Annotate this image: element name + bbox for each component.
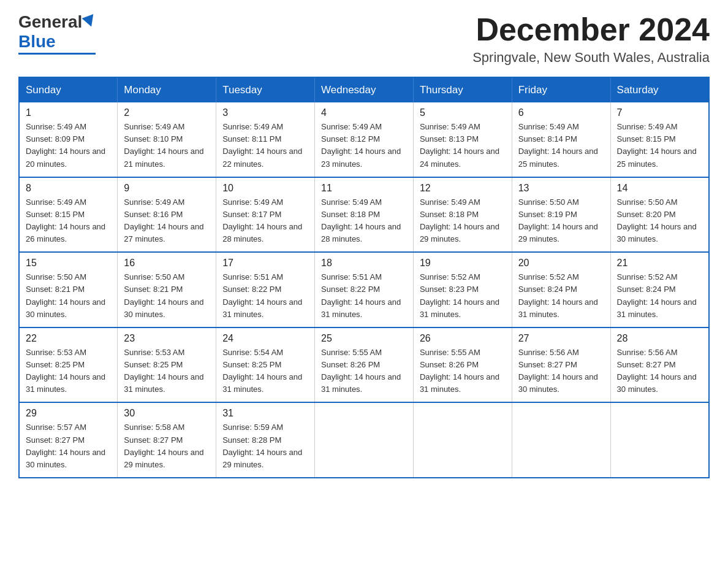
week-row-3: 15Sunrise: 5:50 AMSunset: 8:21 PMDayligh… <box>19 252 709 327</box>
day-cell-26: 26Sunrise: 5:55 AMSunset: 8:26 PMDayligh… <box>413 327 512 403</box>
day-info: Sunrise: 5:50 AMSunset: 8:19 PMDaylight:… <box>518 196 604 246</box>
day-cell-7: 7Sunrise: 5:49 AMSunset: 8:15 PMDaylight… <box>610 102 709 177</box>
week-row-2: 8Sunrise: 5:49 AMSunset: 8:15 PMDaylight… <box>19 177 709 253</box>
day-number: 13 <box>518 183 604 194</box>
day-cell-27: 27Sunrise: 5:56 AMSunset: 8:27 PMDayligh… <box>512 327 610 403</box>
calendar-table: SundayMondayTuesdayWednesdayThursdayFrid… <box>18 77 710 478</box>
day-number: 17 <box>222 258 308 269</box>
day-number: 9 <box>124 183 210 194</box>
day-info: Sunrise: 5:53 AMSunset: 8:25 PMDaylight:… <box>26 347 111 396</box>
day-cell-18: 18Sunrise: 5:51 AMSunset: 8:22 PMDayligh… <box>315 252 414 327</box>
month-title: December 2024 <box>472 12 710 47</box>
day-cell-13: 13Sunrise: 5:50 AMSunset: 8:19 PMDayligh… <box>512 177 610 253</box>
day-cell-3: 3Sunrise: 5:49 AMSunset: 8:11 PMDaylight… <box>216 102 315 177</box>
day-cell-24: 24Sunrise: 5:54 AMSunset: 8:25 PMDayligh… <box>216 327 315 403</box>
day-cell-10: 10Sunrise: 5:49 AMSunset: 8:17 PMDayligh… <box>216 177 315 253</box>
day-info: Sunrise: 5:56 AMSunset: 8:27 PMDaylight:… <box>617 347 702 396</box>
day-number: 22 <box>26 333 111 344</box>
day-cell-17: 17Sunrise: 5:51 AMSunset: 8:22 PMDayligh… <box>216 252 315 327</box>
day-number: 25 <box>321 333 407 344</box>
day-info: Sunrise: 5:49 AMSunset: 8:14 PMDaylight:… <box>518 121 604 170</box>
day-number: 19 <box>420 258 506 269</box>
day-cell-22: 22Sunrise: 5:53 AMSunset: 8:25 PMDayligh… <box>19 327 118 403</box>
day-cell-1: 1Sunrise: 5:49 AMSunset: 8:09 PMDaylight… <box>19 102 118 177</box>
header: General Blue December 2024 Springvale, N… <box>18 12 710 66</box>
day-cell-30: 30Sunrise: 5:58 AMSunset: 8:27 PMDayligh… <box>118 402 216 478</box>
day-cell-11: 11Sunrise: 5:49 AMSunset: 8:18 PMDayligh… <box>315 177 414 253</box>
day-info: Sunrise: 5:58 AMSunset: 8:27 PMDaylight:… <box>124 421 210 471</box>
day-cell-8: 8Sunrise: 5:49 AMSunset: 8:15 PMDaylight… <box>19 177 118 253</box>
day-number: 14 <box>617 183 702 194</box>
day-info: Sunrise: 5:52 AMSunset: 8:24 PMDaylight:… <box>518 271 604 321</box>
day-info: Sunrise: 5:54 AMSunset: 8:25 PMDaylight:… <box>222 347 308 396</box>
day-info: Sunrise: 5:49 AMSunset: 8:09 PMDaylight:… <box>26 121 111 170</box>
logo-underline <box>18 53 96 55</box>
day-number: 7 <box>617 107 702 118</box>
day-info: Sunrise: 5:50 AMSunset: 8:21 PMDaylight:… <box>124 271 210 321</box>
day-cell-14: 14Sunrise: 5:50 AMSunset: 8:20 PMDayligh… <box>610 177 709 253</box>
day-info: Sunrise: 5:49 AMSunset: 8:10 PMDaylight:… <box>124 121 210 170</box>
weekday-header-row: SundayMondayTuesdayWednesdayThursdayFrid… <box>19 77 709 102</box>
day-cell-9: 9Sunrise: 5:49 AMSunset: 8:16 PMDaylight… <box>118 177 216 253</box>
day-info: Sunrise: 5:57 AMSunset: 8:27 PMDaylight:… <box>26 421 111 471</box>
day-number: 1 <box>26 107 111 118</box>
day-cell-12: 12Sunrise: 5:49 AMSunset: 8:18 PMDayligh… <box>413 177 512 253</box>
day-cell-15: 15Sunrise: 5:50 AMSunset: 8:21 PMDayligh… <box>19 252 118 327</box>
weekday-header-sunday: Sunday <box>19 77 118 102</box>
day-cell-19: 19Sunrise: 5:52 AMSunset: 8:23 PMDayligh… <box>413 252 512 327</box>
empty-cell <box>610 402 709 478</box>
day-number: 2 <box>124 107 210 118</box>
day-info: Sunrise: 5:49 AMSunset: 8:18 PMDaylight:… <box>321 196 407 246</box>
title-area: December 2024 Springvale, New South Wale… <box>472 12 710 66</box>
day-number: 21 <box>617 258 702 269</box>
day-number: 11 <box>321 183 407 194</box>
day-cell-16: 16Sunrise: 5:50 AMSunset: 8:21 PMDayligh… <box>118 252 216 327</box>
day-info: Sunrise: 5:55 AMSunset: 8:26 PMDaylight:… <box>420 347 506 396</box>
day-number: 27 <box>518 333 604 344</box>
day-cell-2: 2Sunrise: 5:49 AMSunset: 8:10 PMDaylight… <box>118 102 216 177</box>
logo-blue-text: Blue <box>18 32 56 52</box>
weekday-header-saturday: Saturday <box>610 77 709 102</box>
day-info: Sunrise: 5:53 AMSunset: 8:25 PMDaylight:… <box>124 347 210 396</box>
empty-cell <box>315 402 414 478</box>
day-cell-28: 28Sunrise: 5:56 AMSunset: 8:27 PMDayligh… <box>610 327 709 403</box>
day-number: 29 <box>26 408 111 419</box>
day-number: 4 <box>321 107 407 118</box>
day-number: 12 <box>420 183 506 194</box>
day-info: Sunrise: 5:56 AMSunset: 8:27 PMDaylight:… <box>518 347 604 396</box>
day-cell-29: 29Sunrise: 5:57 AMSunset: 8:27 PMDayligh… <box>19 402 118 478</box>
weekday-header-friday: Friday <box>512 77 610 102</box>
weekday-header-tuesday: Tuesday <box>216 77 315 102</box>
day-info: Sunrise: 5:49 AMSunset: 8:18 PMDaylight:… <box>420 196 506 246</box>
day-number: 26 <box>420 333 506 344</box>
weekday-header-monday: Monday <box>118 77 216 102</box>
day-number: 23 <box>124 333 210 344</box>
week-row-5: 29Sunrise: 5:57 AMSunset: 8:27 PMDayligh… <box>19 402 709 478</box>
day-info: Sunrise: 5:55 AMSunset: 8:26 PMDaylight:… <box>321 347 407 396</box>
day-cell-20: 20Sunrise: 5:52 AMSunset: 8:24 PMDayligh… <box>512 252 610 327</box>
day-info: Sunrise: 5:49 AMSunset: 8:16 PMDaylight:… <box>124 196 210 246</box>
day-info: Sunrise: 5:51 AMSunset: 8:22 PMDaylight:… <box>222 271 308 321</box>
day-number: 15 <box>26 258 111 269</box>
empty-cell <box>512 402 610 478</box>
day-number: 16 <box>124 258 210 269</box>
weekday-header-wednesday: Wednesday <box>315 77 414 102</box>
day-cell-4: 4Sunrise: 5:49 AMSunset: 8:12 PMDaylight… <box>315 102 414 177</box>
day-number: 6 <box>518 107 604 118</box>
day-cell-6: 6Sunrise: 5:49 AMSunset: 8:14 PMDaylight… <box>512 102 610 177</box>
logo-triangle-icon <box>82 14 97 29</box>
day-number: 30 <box>124 408 210 419</box>
day-number: 18 <box>321 258 407 269</box>
day-cell-23: 23Sunrise: 5:53 AMSunset: 8:25 PMDayligh… <box>118 327 216 403</box>
day-info: Sunrise: 5:49 AMSunset: 8:15 PMDaylight:… <box>26 196 111 246</box>
day-number: 20 <box>518 258 604 269</box>
day-number: 28 <box>617 333 702 344</box>
day-info: Sunrise: 5:59 AMSunset: 8:28 PMDaylight:… <box>222 421 308 471</box>
day-number: 31 <box>222 408 308 419</box>
day-info: Sunrise: 5:49 AMSunset: 8:15 PMDaylight:… <box>617 121 702 170</box>
day-info: Sunrise: 5:52 AMSunset: 8:23 PMDaylight:… <box>420 271 506 321</box>
day-cell-21: 21Sunrise: 5:52 AMSunset: 8:24 PMDayligh… <box>610 252 709 327</box>
logo: General Blue <box>18 12 96 55</box>
day-info: Sunrise: 5:49 AMSunset: 8:12 PMDaylight:… <box>321 121 407 170</box>
day-info: Sunrise: 5:52 AMSunset: 8:24 PMDaylight:… <box>617 271 702 321</box>
